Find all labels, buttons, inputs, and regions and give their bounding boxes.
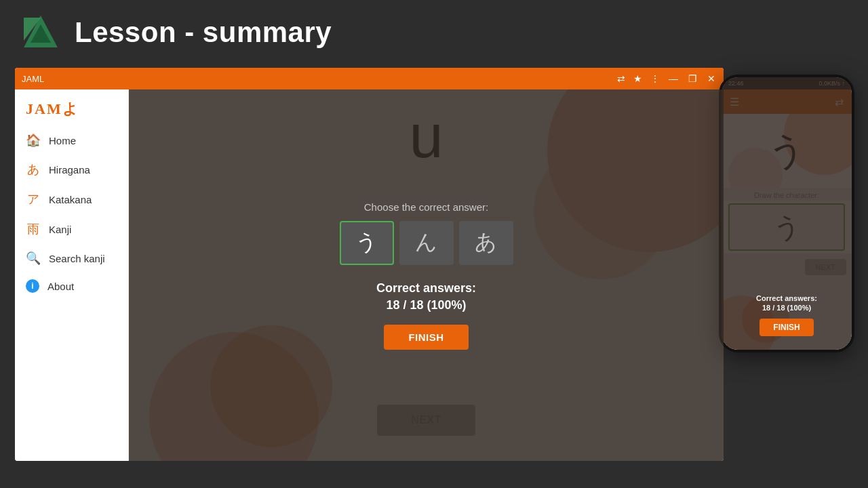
- close-button[interactable]: ✕: [706, 73, 717, 84]
- choice-label-1: ん: [415, 228, 437, 258]
- sidebar-item-hiragana[interactable]: あ Hiragana: [15, 155, 128, 184]
- minimize-button[interactable]: —: [668, 73, 679, 84]
- summary-modal: Choose the correct answer: う ん あ Correct…: [129, 89, 724, 461]
- sidebar-logo: JAMよ: [15, 89, 128, 126]
- maximize-button[interactable]: ❐: [687, 73, 698, 84]
- choice-label-2: あ: [475, 228, 497, 258]
- sidebar-item-home-label: Home: [49, 135, 76, 146]
- sidebar-item-search-kanji-label: Search kanji: [49, 253, 105, 264]
- star-icon[interactable]: ★: [633, 73, 642, 84]
- choice-label-0: う: [355, 228, 378, 258]
- app-name-label: JAML: [22, 74, 44, 84]
- katakana-icon: ア: [26, 191, 41, 207]
- translate-icon[interactable]: ⇄: [617, 73, 625, 84]
- correct-answers-value: 18 / 18 (100%): [386, 298, 466, 312]
- title-bar: JAML ⇄ ★ ⋮ — ❐ ✕: [15, 68, 724, 89]
- app-body: JAMよ 🏠 Home あ Hiragana ア Katakana 雨 Kanj…: [15, 89, 724, 461]
- app-window: JAML ⇄ ★ ⋮ — ❐ ✕ JAMよ 🏠 Home あ Hiragana …: [15, 68, 724, 461]
- phone-modal-overlay: Correct answers: 18 / 18 (100%) FINISH: [722, 77, 852, 350]
- phone-finish-button[interactable]: FINISH: [760, 319, 813, 336]
- sidebar-item-katakana-label: Katakana: [49, 194, 92, 205]
- choice-button-0[interactable]: う: [340, 221, 394, 265]
- top-header: Lesson - summary: [0, 0, 868, 65]
- info-icon: i: [26, 279, 39, 293]
- sidebar-item-katakana[interactable]: ア Katakana: [15, 184, 128, 214]
- phone-correct-label: Correct answers:: [756, 294, 817, 302]
- sidebar-item-hiragana-label: Hiragana: [49, 164, 90, 176]
- phone-screen: 22:46 0,0KB/s ↑ ☰ ⇄ う Draw the character…: [722, 77, 852, 350]
- sidebar-item-search-kanji[interactable]: 🔍 Search kanji: [15, 244, 128, 272]
- app-logo-icon: [20, 12, 61, 53]
- choice-button-2[interactable]: あ: [459, 221, 513, 265]
- choice-button-1[interactable]: ん: [399, 221, 454, 265]
- window-controls: ⇄ ★ ⋮ — ❐ ✕: [617, 73, 717, 84]
- sidebar-item-kanji-label: Kanji: [49, 224, 71, 235]
- choose-prompt: Choose the correct answer:: [364, 201, 488, 213]
- home-icon: 🏠: [26, 133, 41, 148]
- answer-choices: う ん あ: [340, 221, 513, 265]
- search-icon: 🔍: [26, 251, 41, 266]
- main-content: u Choose the correct answer: う ん あ Corre…: [129, 89, 724, 461]
- phone-correct-value: 18 / 18 (100%): [762, 304, 811, 312]
- finish-button[interactable]: FINISH: [384, 325, 468, 350]
- hiragana-icon: あ: [26, 161, 41, 178]
- page-title: Lesson - summary: [75, 16, 332, 49]
- sidebar-item-about[interactable]: i About: [15, 272, 128, 300]
- menu-icon[interactable]: ⋮: [650, 73, 660, 84]
- sidebar-item-about-label: About: [47, 281, 74, 292]
- kanji-icon: 雨: [26, 221, 41, 237]
- sidebar-item-kanji[interactable]: 雨 Kanji: [15, 214, 128, 244]
- phone-mockup: 22:46 0,0KB/s ↑ ☰ ⇄ う Draw the character…: [719, 75, 854, 352]
- correct-answers-label: Correct answers:: [376, 281, 476, 296]
- sidebar: JAMよ 🏠 Home あ Hiragana ア Katakana 雨 Kanj…: [15, 89, 129, 461]
- sidebar-item-home[interactable]: 🏠 Home: [15, 126, 128, 155]
